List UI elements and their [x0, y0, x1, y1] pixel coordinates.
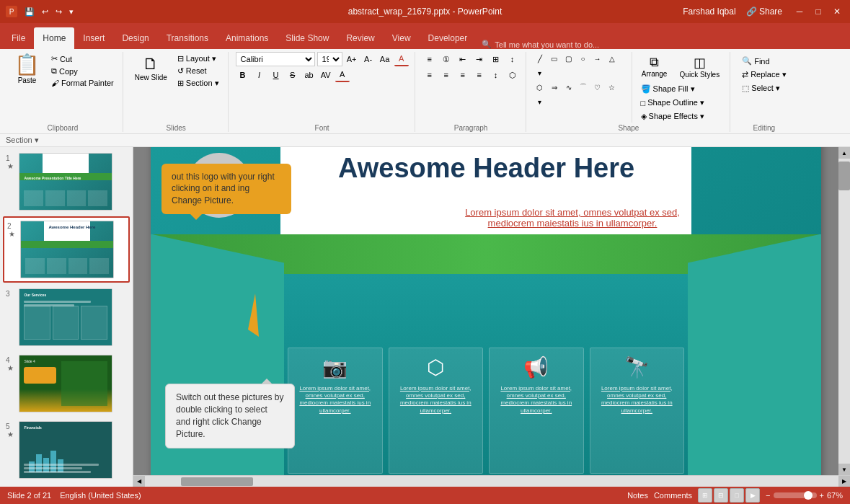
cut-button[interactable]: ✂Cut — [48, 53, 117, 64]
slide-thumb-5[interactable]: 5 ★ Financials — [3, 418, 130, 482]
more-shapes2-button[interactable]: ▾ — [534, 95, 546, 108]
comments-button[interactable]: Comments — [654, 491, 692, 500]
align-left-button[interactable]: ≡ — [422, 68, 437, 82]
notes-button[interactable]: Notes — [627, 491, 648, 500]
rounded-rect-button[interactable]: ▢ — [562, 52, 575, 65]
paragraph-label: Paragraph — [454, 123, 488, 132]
new-slide-button[interactable]: 🗋 New Slide — [130, 52, 172, 84]
tab-animations[interactable]: Animations — [217, 27, 277, 49]
shape-fill-button[interactable]: 🪣 Shape Fill ▾ — [637, 83, 725, 95]
quick-styles-button[interactable]: ◫ Quick Styles — [676, 52, 725, 81]
bullet-list-button[interactable]: ≡ — [422, 52, 437, 66]
section-button[interactable]: ⊞ Section ▾ — [174, 78, 222, 89]
undo-button[interactable]: ↩ — [39, 6, 51, 18]
tab-slideshow[interactable]: Slide Show — [277, 27, 337, 49]
arrange-button[interactable]: ⧉ Arrange — [637, 52, 673, 81]
shape-effects-button[interactable]: ◈ Shape Effects ▾ — [637, 110, 725, 123]
quick-styles-label: Quick Styles — [680, 71, 720, 79]
replace-button[interactable]: ⇄ Replace ▾ — [738, 68, 790, 81]
line-spacing-button[interactable]: ↕ — [489, 68, 503, 82]
paste-button[interactable]: 📋 Paste — [9, 52, 45, 87]
tab-insert[interactable]: Insert — [74, 27, 113, 49]
reading-view-button[interactable]: □ — [730, 488, 744, 503]
find-button[interactable]: 🔍 Find — [738, 55, 790, 67]
reset-button[interactable]: ↺ Reset — [174, 66, 222, 76]
curve-button[interactable]: ∿ — [562, 81, 575, 94]
save-button[interactable]: 💾 — [22, 6, 37, 18]
minimize-button[interactable]: ─ — [792, 4, 807, 19]
decrease-indent-button[interactable]: ⇤ — [456, 52, 470, 66]
maximize-button[interactable]: □ — [811, 4, 825, 19]
search-bar[interactable]: 🔍 Tell me what you want to do... — [482, 40, 599, 49]
tab-file[interactable]: File — [3, 27, 34, 49]
number-list-button[interactable]: ① — [439, 52, 453, 66]
slideshow-view-button[interactable]: ▶ — [745, 488, 760, 503]
font-color-picker-button[interactable]: A — [335, 68, 350, 82]
spacing-button[interactable]: AV — [319, 68, 333, 82]
scroll-thumb-right[interactable] — [838, 162, 850, 190]
zoom-slider[interactable] — [774, 492, 817, 498]
zoom-level[interactable]: 67% — [827, 491, 843, 500]
increase-indent-button[interactable]: ⇥ — [472, 52, 487, 66]
font-size-select[interactable]: 19 — [317, 52, 342, 66]
share-button[interactable]: 🔗 Share — [746, 6, 782, 17]
font-color-button[interactable]: A — [394, 52, 409, 66]
scroll-down-button[interactable]: ▼ — [838, 464, 850, 475]
section-label[interactable]: Section ▾ — [6, 136, 39, 145]
scroll-right-button[interactable]: ▶ — [838, 476, 850, 487]
text-direction-button[interactable]: ↕ — [505, 52, 520, 66]
italic-button[interactable]: I — [252, 68, 267, 82]
slide-thumb-2[interactable]: 2 ★ Awesome Header Here — [3, 216, 130, 283]
connector-button[interactable]: ⌒ — [577, 81, 590, 94]
heart-button[interactable]: ♡ — [591, 81, 604, 94]
justify-button[interactable]: ≡ — [472, 68, 487, 82]
tab-design[interactable]: Design — [113, 27, 157, 49]
decrease-font-button[interactable]: A- — [361, 52, 376, 66]
more-shapes-button[interactable]: ▾ — [534, 66, 546, 79]
columns-button[interactable]: ⊞ — [489, 52, 503, 66]
bold-button[interactable]: B — [236, 68, 250, 82]
align-center-button[interactable]: ≡ — [439, 68, 453, 82]
customize-qa-button[interactable]: ▾ — [66, 6, 76, 18]
strikethrough-button[interactable]: S — [285, 68, 300, 82]
scroll-left-button[interactable]: ◀ — [133, 476, 145, 487]
shadow-button[interactable]: ab — [302, 68, 316, 82]
zoom-in-button[interactable]: + — [820, 491, 824, 500]
normal-view-button[interactable]: ⊞ — [698, 488, 712, 503]
tab-home[interactable]: Home — [34, 27, 74, 49]
h-scroll-thumb[interactable] — [181, 477, 253, 486]
slide-thumb-1[interactable]: 1 ★ Awesome Presentation Title Here — [3, 150, 130, 213]
select-button[interactable]: ⬚ Select ▾ — [738, 82, 790, 94]
tab-transitions[interactable]: Transitions — [158, 27, 217, 49]
language-button[interactable]: English (United States) — [60, 491, 141, 500]
clear-format-button[interactable]: Aa — [378, 52, 392, 66]
underline-button[interactable]: U — [269, 68, 283, 82]
close-button[interactable]: ✕ — [830, 4, 844, 19]
layout-button[interactable]: ⊟ Layout ▾ — [174, 53, 222, 64]
shape-outline-button[interactable]: □ Shape Outline ▾ — [637, 97, 725, 109]
scroll-up-button[interactable]: ▲ — [838, 147, 850, 159]
smartart-button[interactable]: ⬡ — [505, 68, 520, 82]
align-right-button[interactable]: ≡ — [456, 68, 470, 82]
triangle-button[interactable]: △ — [606, 52, 619, 65]
poly-shape-button[interactable]: ⬡ — [534, 81, 546, 94]
star-button[interactable]: ☆ — [606, 81, 619, 94]
zoom-out-button[interactable]: − — [766, 491, 770, 500]
tab-developer[interactable]: Developer — [420, 27, 477, 49]
line-shape-button[interactable]: ╱ — [534, 52, 546, 65]
redo-button[interactable]: ↪ — [53, 6, 65, 18]
oval-shape-button[interactable]: ○ — [577, 52, 590, 65]
format-painter-button[interactable]: 🖌Format Painter — [48, 78, 117, 88]
block-arrow-button[interactable]: ⇒ — [548, 81, 561, 94]
tab-view[interactable]: View — [384, 27, 420, 49]
copy-button[interactable]: ⧉Copy — [48, 66, 117, 76]
right-arrow-button[interactable]: → — [591, 52, 604, 65]
slide-thumb-3[interactable]: 3 Our Services — [3, 286, 130, 349]
tab-review[interactable]: Review — [337, 27, 383, 49]
increase-font-button[interactable]: A+ — [345, 52, 359, 66]
zoom-thumb[interactable] — [804, 491, 813, 500]
slide-sorter-button[interactable]: ⊟ — [714, 488, 728, 503]
font-family-select[interactable]: Calibri — [236, 52, 315, 66]
slide-thumb-4[interactable]: 4 ★ Slide 4 — [3, 352, 130, 415]
rect-shape-button[interactable]: ▭ — [548, 52, 561, 65]
